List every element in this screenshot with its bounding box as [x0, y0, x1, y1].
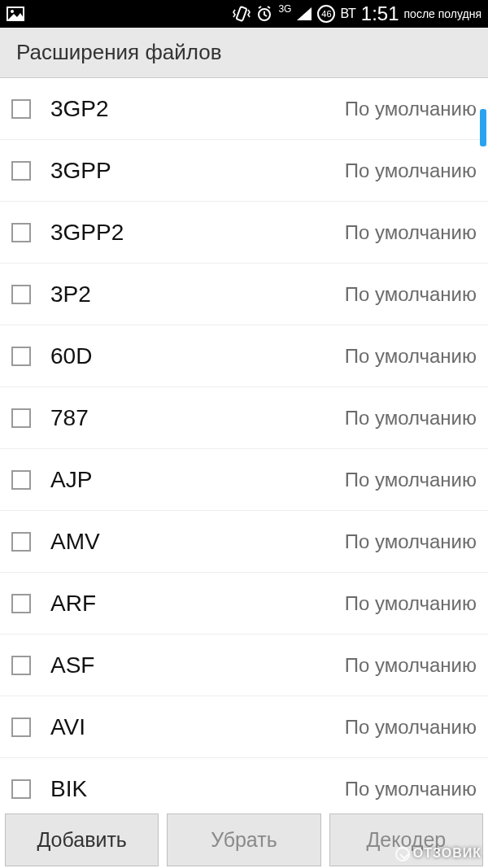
extension-default-label: По умолчанию — [345, 530, 477, 553]
extension-checkbox[interactable] — [11, 223, 31, 242]
extension-default-label: По умолчанию — [345, 98, 477, 120]
gallery-icon — [7, 7, 24, 21]
extension-default-label: По умолчанию — [345, 221, 477, 244]
extension-default-label: По умолчанию — [345, 159, 477, 182]
extension-name: 787 — [50, 405, 345, 431]
signal-icon — [296, 7, 312, 21]
alarm-icon — [255, 5, 273, 23]
extension-row[interactable]: AJPПо умолчанию — [0, 449, 488, 511]
extension-checkbox[interactable] — [11, 99, 31, 119]
extension-row[interactable]: ASFПо умолчанию — [0, 635, 488, 696]
extension-name: AMV — [50, 529, 345, 555]
extension-row[interactable]: ARFПо умолчанию — [0, 573, 488, 635]
battery-badge: 46 — [317, 5, 335, 23]
extension-checkbox[interactable] — [11, 594, 31, 613]
extension-default-label: По умолчанию — [345, 592, 477, 615]
extensions-list[interactable]: 3GP2По умолчанию3GPPПо умолчанию3GPP2По … — [0, 78, 488, 813]
extension-name: 3GPP — [50, 158, 345, 184]
extension-checkbox[interactable] — [11, 347, 31, 366]
extension-name: BIK — [50, 776, 345, 802]
remove-button[interactable]: Убрать — [167, 813, 320, 866]
extension-checkbox[interactable] — [11, 532, 31, 552]
extension-row[interactable]: AVIПо умолчанию — [0, 696, 488, 758]
extension-name: AJP — [50, 467, 345, 493]
extension-checkbox[interactable] — [11, 161, 31, 181]
status-bar: 3G 46 ВТ 1:51 после полудня — [0, 0, 488, 28]
extension-row[interactable]: AMVПо умолчанию — [0, 511, 488, 573]
extension-default-label: По умолчанию — [345, 283, 477, 306]
status-ampm: после полудня — [404, 7, 481, 20]
extension-default-label: По умолчанию — [345, 716, 477, 739]
extension-default-label: По умолчанию — [345, 778, 477, 800]
extension-name: AVI — [50, 714, 345, 740]
extension-checkbox[interactable] — [11, 285, 31, 304]
status-day: ВТ — [340, 7, 355, 21]
decoder-button[interactable]: Декодер — [329, 813, 483, 866]
scroll-indicator[interactable] — [480, 109, 486, 146]
extension-row[interactable]: 3GP2По умолчанию — [0, 78, 488, 140]
svg-point-1 — [11, 10, 14, 13]
extension-checkbox[interactable] — [11, 656, 31, 675]
vibrate-icon — [233, 5, 251, 23]
extension-name: ARF — [50, 591, 345, 617]
svg-rect-2 — [237, 7, 247, 21]
extension-default-label: По умолчанию — [345, 654, 477, 677]
page-title: Расширения файлов — [0, 28, 488, 78]
extension-row[interactable]: 3P2По умолчанию — [0, 264, 488, 325]
extension-row[interactable]: 60DПо умолчанию — [0, 325, 488, 387]
button-bar: Добавить Убрать Декодер — [0, 813, 488, 868]
extension-name: 3GPP2 — [50, 220, 345, 246]
extension-name: 3P2 — [50, 281, 345, 308]
extension-checkbox[interactable] — [11, 779, 31, 799]
extension-checkbox[interactable] — [11, 470, 31, 490]
network-type-label: 3G — [278, 3, 291, 15]
extension-default-label: По умолчанию — [345, 345, 477, 368]
extension-checkbox[interactable] — [11, 718, 31, 737]
extension-name: 60D — [50, 343, 345, 369]
extension-row[interactable]: 3GPPПо умолчанию — [0, 140, 488, 202]
extension-name: ASF — [50, 652, 345, 678]
extension-row[interactable]: 787По умолчанию — [0, 387, 488, 449]
status-time: 1:51 — [361, 2, 399, 25]
extension-row[interactable]: 3GPP2По умолчанию — [0, 202, 488, 264]
add-button[interactable]: Добавить — [5, 813, 159, 866]
extension-default-label: По умолчанию — [345, 407, 477, 430]
extension-row[interactable]: BIKПо умолчанию — [0, 758, 488, 813]
extension-name: 3GP2 — [50, 96, 345, 122]
extension-checkbox[interactable] — [11, 408, 31, 428]
extension-default-label: По умолчанию — [345, 469, 477, 491]
